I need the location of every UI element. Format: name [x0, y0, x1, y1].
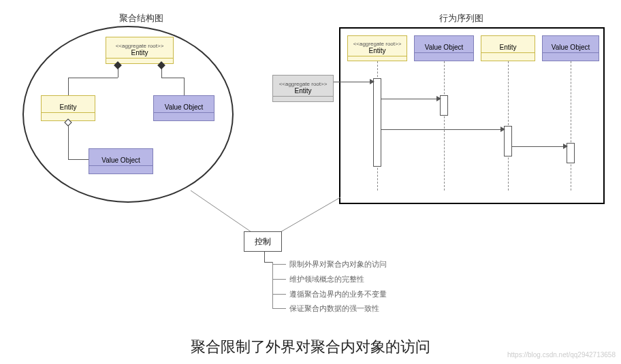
- bullet-item: 保证聚合内数据的强一致性: [289, 303, 379, 314]
- seq-participant-1: <<aggregate root>> Entity: [347, 35, 407, 61]
- vo-name: Value Object: [552, 44, 590, 51]
- svg-line-1: [276, 197, 340, 235]
- activation-bar: [373, 78, 381, 167]
- stereotype-label: <<aggregate root>>: [353, 41, 402, 47]
- seq-participant-2: Value Object: [414, 35, 474, 61]
- bullet-item: 维护领域概念的完整性: [289, 274, 364, 284]
- vo-name: Value Object: [101, 156, 140, 164]
- bullet-item: 限制外界对聚合内对象的访问: [289, 259, 387, 269]
- entity-name: Entity: [499, 44, 516, 51]
- value-object-1: Value Object: [153, 95, 214, 121]
- watermark: https://blog.csdn.net/qq2942713658: [507, 351, 616, 359]
- bracket-line: [272, 262, 273, 308]
- message-arrow: [512, 146, 567, 147]
- seq-participant-4: Value Object: [542, 35, 599, 61]
- value-object-2: Value Object: [89, 148, 153, 174]
- entity-name: Entity: [59, 103, 76, 111]
- entity-name: Entity: [368, 47, 385, 54]
- left-title: 聚合结构图: [119, 12, 163, 24]
- svg-line-0: [191, 191, 255, 235]
- lifeline: [571, 61, 571, 191]
- message-arrow: [381, 99, 440, 99]
- bullet-item: 遵循聚合边界内的业务不变量: [289, 289, 387, 299]
- entity-name: Entity: [131, 49, 148, 56]
- control-box: 控制: [244, 231, 282, 252]
- message-arrow: [381, 129, 504, 130]
- seq-participant-3: Entity: [481, 35, 535, 61]
- lifeline: [444, 61, 445, 191]
- vo-name: Value Object: [165, 103, 204, 111]
- control-label: 控制: [255, 236, 271, 248]
- entity-name: Entity: [294, 87, 311, 95]
- stereotype-label: <<aggregate root>>: [279, 81, 328, 87]
- external-aggregate-entity: <<aggregate root>> Entity: [272, 75, 334, 102]
- child-entity: Entity: [41, 95, 95, 121]
- stereotype-label: <<aggregate root>>: [116, 43, 164, 49]
- vo-name: Value Object: [425, 44, 464, 51]
- message-arrow: [334, 82, 373, 82]
- aggregate-root-entity: <<aggregate root>> Entity: [106, 37, 174, 64]
- right-title: 行为序列图: [439, 12, 483, 24]
